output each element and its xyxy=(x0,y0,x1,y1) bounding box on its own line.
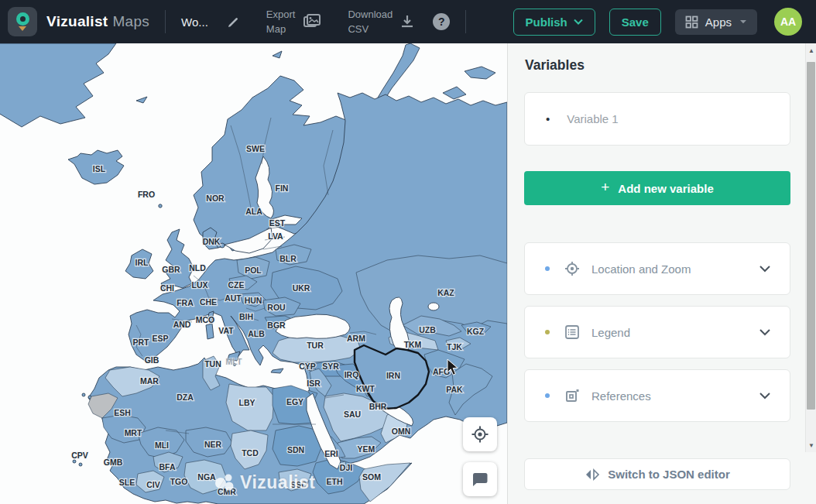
country-label-ukr[interactable]: UKR xyxy=(293,283,310,293)
country-label-kgz[interactable]: KGZ xyxy=(467,327,485,336)
country-label-bfa[interactable]: BFA xyxy=(159,462,176,471)
download-icon[interactable] xyxy=(400,14,414,29)
variable-label[interactable]: Variable 1 xyxy=(567,112,618,125)
country-label-tgo[interactable]: TGO xyxy=(170,477,188,486)
country-label-fra[interactable]: FRA xyxy=(177,298,194,307)
document-title[interactable]: Wo... xyxy=(181,15,208,29)
country-label-isr[interactable]: ISR xyxy=(307,379,321,388)
comment-button[interactable] xyxy=(463,462,497,496)
export-map-button[interactable]: ExportMap xyxy=(266,7,296,37)
apps-menu-button[interactable]: Apps xyxy=(675,9,757,35)
country-label-gib[interactable]: GIB xyxy=(145,355,159,365)
country-label-dji[interactable]: DJI xyxy=(340,463,352,472)
sidebar-scrollbar[interactable]: ▲ ▼ xyxy=(805,43,816,452)
country-label-pol[interactable]: POL xyxy=(245,266,262,275)
publish-button[interactable]: Publish xyxy=(513,9,595,36)
country-label-ala[interactable]: ALA xyxy=(245,207,262,216)
country-label-mlt[interactable]: MLT xyxy=(226,357,242,366)
country-label-ssd[interactable]: SSD xyxy=(290,480,307,489)
country-label-som[interactable]: SOM xyxy=(362,472,381,482)
country-label-pak[interactable]: PAK xyxy=(446,385,463,394)
country-label-chi[interactable]: CHI xyxy=(160,283,174,293)
country-label-gmb[interactable]: GMB xyxy=(104,458,123,467)
country-label-arm[interactable]: ARM xyxy=(347,334,365,343)
country-label-mli[interactable]: MLI xyxy=(155,441,169,450)
country-label-mco[interactable]: MCO xyxy=(196,315,215,324)
country-label-tjk[interactable]: TJK xyxy=(447,342,462,351)
add-variable-button[interactable]: + Add new variable xyxy=(524,171,790,205)
download-csv-button[interactable]: DownloadCSV xyxy=(348,7,393,37)
country-label-and[interactable]: AND xyxy=(173,320,191,329)
country-label-cze[interactable]: CZE xyxy=(228,280,245,290)
country-label-civ[interactable]: CIV xyxy=(146,480,160,489)
country-label-sdn[interactable]: SDN xyxy=(287,445,304,454)
chevron-down-icon[interactable] xyxy=(759,392,771,400)
country-label-sle[interactable]: SLE xyxy=(119,478,135,487)
country-label-bgr[interactable]: BGR xyxy=(267,321,286,330)
country-label-irn[interactable]: IRN xyxy=(386,371,400,380)
country-label-dza[interactable]: DZA xyxy=(177,393,194,402)
export-map-icon[interactable] xyxy=(303,13,321,30)
country-label-yem[interactable]: YEM xyxy=(358,444,375,454)
chevron-down-icon[interactable] xyxy=(759,265,771,273)
country-label-fro[interactable]: FRO xyxy=(138,190,155,199)
locate-button[interactable] xyxy=(463,417,497,451)
country-label-fin[interactable]: FIN xyxy=(276,183,289,193)
user-avatar[interactable]: AA xyxy=(774,8,802,36)
chevron-down-icon[interactable] xyxy=(759,328,771,337)
edit-title-icon[interactable] xyxy=(227,15,240,29)
switch-to-json-editor-button[interactable]: Switch to JSON editor xyxy=(524,458,790,490)
country-label-est[interactable]: EST xyxy=(269,218,286,228)
country-label-ner[interactable]: NER xyxy=(204,440,222,449)
country-label-alb[interactable]: ALB xyxy=(248,329,265,338)
country-label-kwt[interactable]: KWT xyxy=(356,384,375,393)
country-label-kaz[interactable]: KAZ xyxy=(437,288,454,297)
scroll-up-arrow[interactable]: ▲ xyxy=(806,45,816,56)
country-label-cpv[interactable]: CPV xyxy=(71,451,88,460)
country-label-mar[interactable]: MAR xyxy=(140,376,159,386)
country-label-nor[interactable]: NOR xyxy=(206,194,225,203)
country-label-irq[interactable]: IRQ xyxy=(345,370,359,379)
country-label-mrt[interactable]: MRT xyxy=(125,428,142,437)
scrollbar-thumb[interactable] xyxy=(807,62,815,410)
country-label-lux[interactable]: LUX xyxy=(192,280,208,290)
country-label-lby[interactable]: LBY xyxy=(239,398,255,407)
country-label-sau[interactable]: SAU xyxy=(344,410,361,419)
country-label-omn[interactable]: OMN xyxy=(392,427,411,436)
country-label-vat[interactable]: VAT xyxy=(218,326,234,335)
country-label-tkm[interactable]: TKM xyxy=(404,340,422,349)
country-label-tur[interactable]: TUR xyxy=(307,341,324,350)
country-label-aut[interactable]: AUT xyxy=(225,293,242,303)
country-label-prt[interactable]: PRT xyxy=(133,338,150,347)
save-button[interactable]: Save xyxy=(609,9,661,36)
country-label-gbr[interactable]: GBR xyxy=(162,265,180,274)
section-references[interactable]: References xyxy=(524,369,790,422)
section-location-and-zoom[interactable]: Location and Zoom xyxy=(524,242,790,295)
country-label-eth[interactable]: ETH xyxy=(327,477,343,486)
scroll-down-arrow[interactable]: ▼ xyxy=(806,440,816,451)
country-label-cmr[interactable]: CMR xyxy=(218,487,236,496)
country-label-rou[interactable]: ROU xyxy=(267,303,285,312)
app-logo[interactable] xyxy=(8,7,37,36)
help-icon[interactable]: ? xyxy=(433,13,450,30)
country-label-isl[interactable]: ISL xyxy=(93,164,106,173)
country-label-bih[interactable]: BIH xyxy=(239,312,253,321)
country-label-swe[interactable]: SWE xyxy=(246,144,265,153)
country-label-blr[interactable]: BLR xyxy=(279,254,297,263)
country-label-nld[interactable]: NLD xyxy=(189,263,206,273)
country-label-dnk[interactable]: DNK xyxy=(203,237,221,246)
country-label-lva[interactable]: LVA xyxy=(268,231,283,241)
country-label-esp[interactable]: ESP xyxy=(152,334,168,343)
country-label-bhr[interactable]: BHR xyxy=(369,402,387,411)
map-canvas[interactable]: ISLFROSWENORFINALAESTLVADNKBLRIRLGBRNLDP… xyxy=(0,43,507,504)
country-label-esh[interactable]: ESH xyxy=(114,408,131,417)
country-label-irl[interactable]: IRL xyxy=(135,258,149,267)
country-label-syr[interactable]: SYR xyxy=(322,362,339,371)
country-label-eri[interactable]: ERI xyxy=(324,449,338,458)
country-label-egy[interactable]: EGY xyxy=(286,397,303,406)
country-label-tun[interactable]: TUN xyxy=(204,359,221,369)
country-label-uzb[interactable]: UZB xyxy=(419,325,436,334)
section-legend[interactable]: Legend xyxy=(524,306,790,358)
country-label-tcd[interactable]: TCD xyxy=(242,448,259,458)
country-label-cyp[interactable]: CYP xyxy=(299,362,316,371)
